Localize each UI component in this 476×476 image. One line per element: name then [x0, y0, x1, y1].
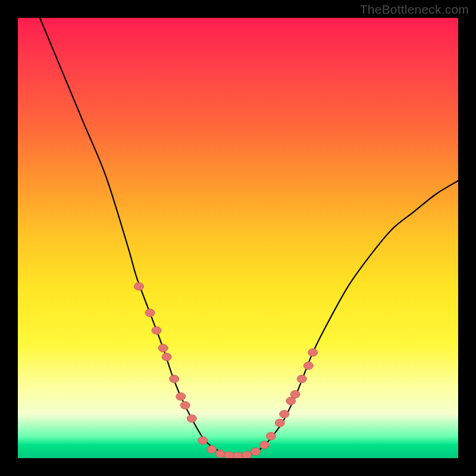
chart-canvas — [18, 18, 458, 458]
chart-stage: TheBottleneck.com — [0, 0, 476, 476]
watermark-text: TheBottleneck.com — [360, 2, 469, 17]
plot-area — [18, 18, 458, 458]
